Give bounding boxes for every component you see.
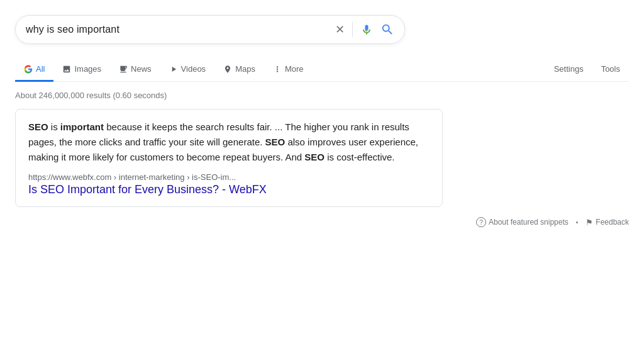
results-info: About 246,000,000 results (0.60 seconds) [15,84,629,109]
news-icon [119,65,128,74]
tab-tools[interactable]: Tools [592,57,629,82]
snippet-seo-bold-3: SEO [304,152,325,162]
feedback-label: Feedback [596,218,629,227]
tab-more[interactable]: More [264,57,313,82]
search-bar-row: why is seo important ✕ [15,10,629,49]
tab-maps-label: Maps [235,64,255,74]
tab-maps[interactable]: Maps [214,57,264,82]
snippet-seo-bold-1: SEO [28,121,48,132]
feedback-icon: ⚑ [586,218,593,227]
tab-news-label: News [131,64,152,74]
about-snippets-label: About featured snippets [489,218,569,227]
tab-more-label: More [285,64,304,74]
tab-all[interactable]: All [15,57,53,82]
separator: • [576,219,579,226]
video-icon [169,65,178,74]
bottom-bar: ? About featured snippets • ⚑ Feedback [15,212,629,232]
snippet-text: SEO is important because it keeps the se… [28,120,430,165]
tools-label: Tools [601,64,620,74]
snippet-link[interactable]: Is SEO Important for Every Business? - W… [28,183,430,196]
search-box[interactable]: why is seo important ✕ [15,15,405,44]
tab-images-label: Images [74,64,101,74]
more-dots-icon [273,65,282,74]
tab-videos-label: Videos [181,64,206,74]
page-wrapper: why is seo important ✕ [0,0,644,348]
mic-icon[interactable] [360,23,373,36]
clear-icon[interactable]: ✕ [335,23,345,36]
nav-right: Settings Tools [545,57,629,81]
image-icon [62,65,71,74]
search-submit-icon[interactable] [380,23,394,36]
about-snippets-item[interactable]: ? About featured snippets [476,217,569,227]
nav-tabs: All Images News [15,57,629,82]
feedback-item[interactable]: ⚑ Feedback [586,218,629,227]
question-circle-icon: ? [476,217,486,227]
snippet-important-bold: important [60,121,104,132]
settings-label: Settings [554,64,584,74]
tab-images[interactable]: Images [53,57,110,82]
map-icon [223,65,232,74]
google-g-icon [24,65,33,74]
featured-snippet: SEO is important because it keeps the se… [15,109,443,207]
search-query-text: why is seo important [26,24,335,35]
snippet-source-url: https://www.webfx.com › internet-marketi… [28,172,430,182]
tab-news[interactable]: News [110,57,160,82]
tab-videos[interactable]: Videos [160,57,215,82]
tab-all-label: All [36,64,45,74]
snippet-seo-bold-2: SEO [265,137,286,147]
tab-settings[interactable]: Settings [545,57,592,82]
search-icons: ✕ [335,22,394,37]
divider [352,22,353,37]
